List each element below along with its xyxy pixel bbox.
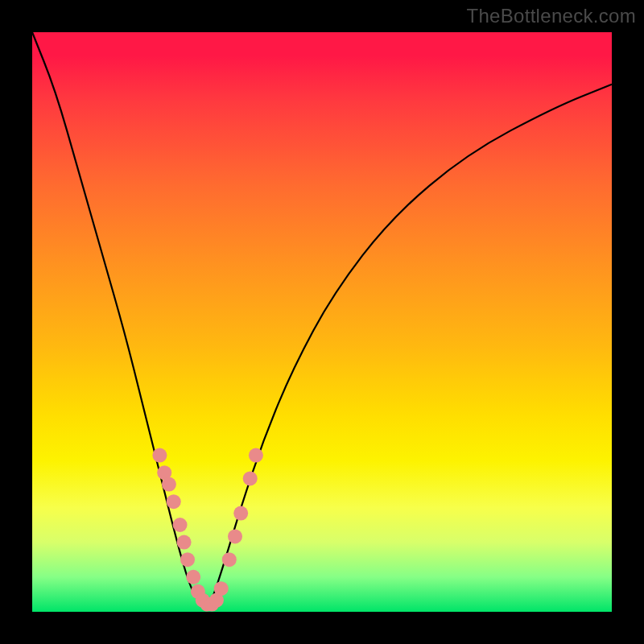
chart-svg xyxy=(32,32,612,612)
marker-point xyxy=(180,552,195,567)
marker-point xyxy=(228,529,242,543)
marker-point xyxy=(173,518,188,532)
marker-group xyxy=(152,448,263,612)
bottleneck-curve xyxy=(32,32,612,607)
marker-point xyxy=(186,570,200,584)
plot-area xyxy=(32,32,612,612)
marker-point xyxy=(214,581,229,596)
marker-point xyxy=(222,552,237,567)
marker-point xyxy=(177,535,192,550)
marker-point xyxy=(233,506,248,521)
marker-point xyxy=(243,471,258,485)
marker-point xyxy=(167,494,181,509)
chart-frame: TheBottleneck.com xyxy=(0,0,644,644)
marker-point xyxy=(152,448,167,463)
watermark-text: TheBottleneck.com xyxy=(466,5,636,27)
marker-point xyxy=(249,448,263,463)
marker-point xyxy=(162,477,176,492)
